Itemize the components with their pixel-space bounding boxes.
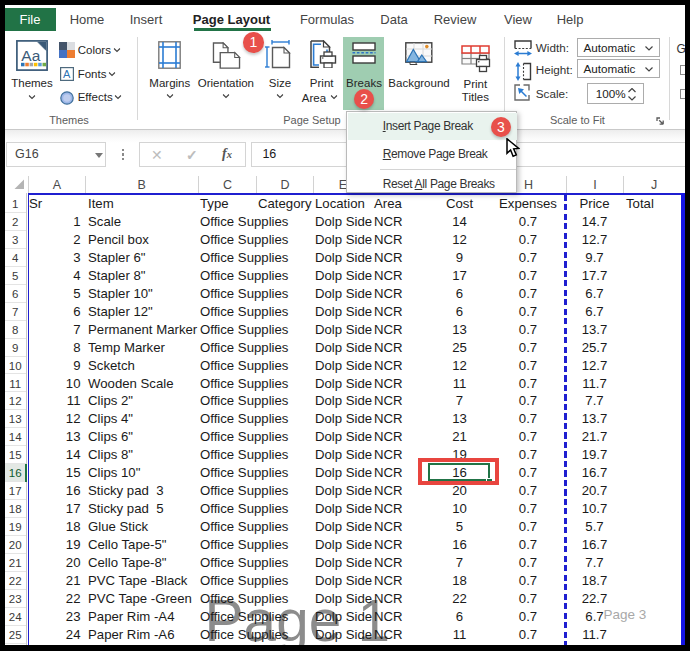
svg-text:A: A xyxy=(63,68,71,80)
svg-text:Aa: Aa xyxy=(22,47,41,64)
